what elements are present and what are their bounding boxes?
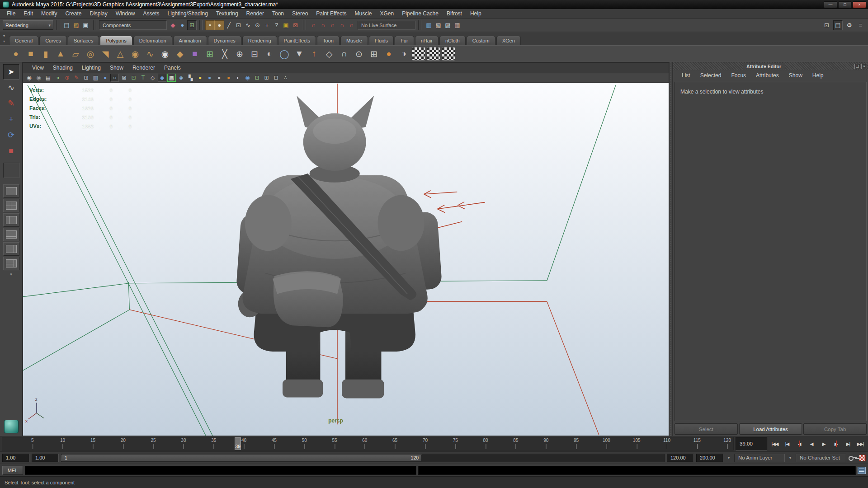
time-tick-10[interactable]: 10 — [60, 438, 65, 443]
anim-layer-dropdown[interactable]: No Anim Layer — [734, 454, 785, 462]
motion-blur-icon[interactable]: ◉ — [243, 74, 252, 82]
step-forward-frame-button[interactable]: ▶| — [842, 438, 854, 449]
time-tick-80[interactable]: 80 — [483, 438, 488, 443]
chevron-down-icon[interactable]: ▾ — [787, 455, 793, 460]
reduce-icon[interactable]: ▼ — [292, 47, 306, 61]
set-key-icon[interactable] — [849, 455, 857, 460]
shelf-tab[interactable]: XGen — [496, 36, 521, 45]
status-divider[interactable] — [303, 20, 306, 30]
multi-cut-tool-icon[interactable]: ╳ — [218, 47, 231, 61]
isolate-select-icon[interactable]: ⊡ — [253, 74, 261, 82]
render-settings-icon[interactable]: ▦ — [453, 20, 462, 30]
time-ruler[interactable]: 39 5101520253035404550556065707580859095… — [2, 437, 734, 450]
time-tick-100[interactable]: 100 — [603, 438, 610, 443]
time-tick-45[interactable]: 45 — [272, 438, 277, 443]
playhead[interactable]: 39 — [235, 437, 241, 450]
panel-menu-item[interactable]: Shading — [48, 63, 77, 72]
lasso-tool[interactable]: ∿ — [3, 80, 19, 95]
step-forward-key-button[interactable]: ▶ — [830, 438, 842, 449]
rotate-tool[interactable]: ⟳ — [3, 127, 19, 143]
ambient-occlusion-icon[interactable]: ◐ — [234, 74, 242, 82]
play-backwards-button[interactable]: ◀ — [806, 438, 817, 449]
current-time-field[interactable]: 39.00 — [736, 437, 767, 450]
panel-menu-item[interactable]: Panels — [160, 63, 185, 72]
layout-single-pane-button[interactable] — [3, 184, 19, 198]
menu-item[interactable]: File — [3, 9, 19, 18]
step-back-frame-button[interactable]: |◀ — [781, 438, 793, 449]
ae-menu-item[interactable]: Show — [784, 71, 807, 80]
shelf-tab[interactable]: Animation — [173, 36, 207, 45]
shelf-tab[interactable]: Curves — [39, 36, 67, 45]
time-tick-70[interactable]: 70 — [423, 438, 428, 443]
camera-select-icon[interactable]: ◉ — [25, 74, 33, 82]
poly-torus-icon[interactable]: ◎ — [84, 47, 97, 61]
lock-selection-icon[interactable]: ▣ — [281, 20, 291, 30]
combine-icon[interactable]: ⊕ — [233, 47, 246, 61]
maya-logo-icon[interactable] — [4, 420, 19, 433]
poly-cone-icon[interactable]: ▲ — [54, 47, 67, 61]
animation-start-field[interactable]: 1.00 — [2, 454, 29, 462]
time-tick-15[interactable]: 15 — [90, 438, 95, 443]
go-to-start-button[interactable]: |◀◀ — [769, 438, 781, 449]
time-tick-65[interactable]: 65 — [392, 438, 397, 443]
select-misc-icon[interactable]: ? — [272, 20, 281, 30]
menu-item[interactable]: XGen — [376, 9, 398, 18]
select-tool[interactable]: ➤ — [3, 64, 19, 80]
image-plane-icon[interactable]: ▤ — [44, 74, 52, 82]
field-chart-icon[interactable]: ⊠ — [120, 74, 128, 82]
menu-item[interactable]: Bifrost — [443, 9, 466, 18]
highlight-selection-icon[interactable]: ⊠ — [291, 20, 300, 30]
poly-pyramid-icon[interactable]: △ — [113, 47, 127, 61]
time-tick-20[interactable]: 20 — [121, 438, 126, 443]
time-tick-25[interactable]: 25 — [151, 438, 156, 443]
render-view-icon[interactable]: ▥ — [424, 20, 434, 30]
share-view-icon[interactable]: ∴ — [281, 74, 290, 82]
shelf-tab[interactable]: Toon — [317, 36, 340, 45]
playback-start-field[interactable]: 1.00 — [32, 454, 59, 462]
copy-tab-button[interactable]: Copy Tab — [803, 423, 867, 435]
grease-pencil-icon[interactable]: ✎ — [72, 74, 81, 82]
layout-persp-outliner-button[interactable] — [3, 213, 19, 227]
uv-automatic-projection-icon[interactable]: ▦ — [427, 47, 440, 61]
lighting-all-icon[interactable]: ● — [196, 74, 204, 82]
time-tick-90[interactable]: 90 — [543, 438, 548, 443]
append-polygon-icon[interactable]: ⊞ — [367, 47, 381, 61]
shelf-tab[interactable]: General — [9, 36, 38, 45]
smooth-icon[interactable]: ◯ — [278, 47, 291, 61]
select-lines-icon[interactable]: ╱ — [224, 20, 234, 30]
poly-pipe-icon[interactable]: ◉ — [128, 47, 142, 61]
boolean-union-icon[interactable]: ◐ — [263, 47, 276, 61]
shelf-tab[interactable]: Fur — [395, 36, 414, 45]
use-default-material-icon[interactable]: ▚ — [186, 74, 195, 82]
status-divider[interactable] — [56, 20, 59, 30]
open-scene-icon[interactable]: ▨ — [71, 20, 81, 30]
command-input[interactable] — [25, 466, 416, 475]
grid-toggle-icon[interactable]: ⊞ — [82, 74, 90, 82]
last-tool-slot[interactable] — [3, 163, 19, 178]
attribute-editor-header[interactable]: Attribute Editor ❏ × — [673, 62, 868, 70]
menu-item[interactable]: Texturing — [212, 9, 242, 18]
wireframe-on-shaded-icon[interactable]: ◈ — [177, 74, 185, 82]
range-track[interactable]: 1 120 — [61, 454, 665, 462]
modeling-toolkit-toggle-icon[interactable]: ⊡ — [822, 20, 831, 30]
snap-to-projected-center-icon[interactable]: ∩ — [337, 20, 347, 30]
wireframe-mode-icon[interactable]: ◇ — [148, 74, 157, 82]
shelf-tab-menu-icon[interactable]: ▾▾ — [0, 32, 8, 45]
menu-item[interactable]: Pipeline Cache — [398, 9, 443, 18]
ae-menu-item[interactable]: Focus — [726, 71, 751, 80]
safe-title-icon[interactable]: T — [139, 74, 147, 82]
script-editor-icon[interactable] — [858, 467, 866, 474]
time-tick-75[interactable]: 75 — [453, 438, 458, 443]
time-tick-105[interactable]: 105 — [633, 438, 641, 443]
time-tick-120[interactable]: 120 — [723, 438, 731, 443]
poly-helix-icon[interactable]: ∿ — [143, 47, 157, 61]
shelf-tab[interactable]: Custom — [467, 36, 495, 45]
ipr-render-icon[interactable]: ▨ — [443, 20, 453, 30]
ae-menu-item[interactable]: Attributes — [751, 71, 784, 80]
menu-item[interactable]: Edit — [19, 9, 37, 18]
menu-item[interactable]: Render — [242, 9, 268, 18]
quad-draw-tool-icon[interactable]: ⊞ — [203, 47, 217, 61]
panel-splitter[interactable] — [669, 62, 673, 436]
poly-cube-icon[interactable]: ■ — [24, 47, 38, 61]
shelf-tab[interactable]: Surfaces — [68, 36, 99, 45]
